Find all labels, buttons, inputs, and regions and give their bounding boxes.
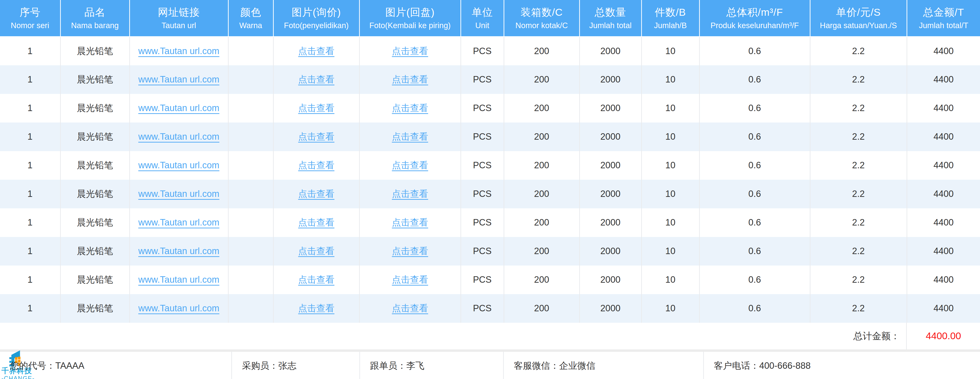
url-link[interactable]: www.Tautan url.com <box>138 75 220 84</box>
photo-reply-link[interactable]: 点击查看 <box>392 75 428 84</box>
cell-pieces: 10 <box>641 237 699 266</box>
cell-unit: PCS <box>461 208 504 237</box>
order-table: 序号Nomor seri品名Nama barang网址链接Tautan url颜… <box>0 0 980 323</box>
cell-pieces: 10 <box>641 266 699 294</box>
url-link[interactable]: www.Tautan url.com <box>138 160 220 170</box>
cell-url: www.Tautan url.com <box>129 294 228 323</box>
url-link[interactable]: www.Tautan url.com <box>138 189 220 199</box>
cell-unit_price: 2.2 <box>810 266 907 294</box>
cell-color <box>228 180 273 208</box>
cell-photo_reply: 点击查看 <box>360 151 461 180</box>
column-header-3: 颜色Warna <box>228 0 273 37</box>
url-link[interactable]: www.Tautan url.com <box>138 274 220 285</box>
photo-reply-link[interactable]: 点击查看 <box>392 246 428 256</box>
column-header-zh: 总体积/m³/F <box>700 6 810 18</box>
url-link[interactable]: www.Tautan url.com <box>138 303 220 313</box>
photo-reply-link[interactable]: 点击查看 <box>392 103 428 113</box>
cell-name: 晨光铅笔 <box>60 180 129 208</box>
cell-amount: 4400 <box>907 208 980 237</box>
cell-amount: 4400 <box>907 266 980 294</box>
url-link[interactable]: www.Tautan url.com <box>138 132 220 141</box>
photo-inquiry-link[interactable]: 点击查看 <box>298 217 334 227</box>
photo-inquiry-link[interactable]: 点击查看 <box>298 246 334 256</box>
cell-amount: 4400 <box>907 294 980 323</box>
photo-reply-link[interactable]: 点击查看 <box>392 274 428 285</box>
photo-inquiry-link[interactable]: 点击查看 <box>298 303 334 313</box>
cell-photo_reply: 点击查看 <box>360 94 461 122</box>
cell-unit: PCS <box>461 151 504 180</box>
column-header-5: 图片(回盘)Foto(Kembali ke piring) <box>360 0 461 37</box>
divider <box>0 349 980 352</box>
column-header-7: 装箱数/CNomor kotak/C <box>504 0 579 37</box>
cell-volume: 0.6 <box>699 294 810 323</box>
url-link[interactable]: www.Tautan url.com <box>138 217 220 227</box>
cell-total_qty: 2000 <box>579 266 641 294</box>
cell-photo_inquiry: 点击查看 <box>273 266 360 294</box>
cell-total_qty: 2000 <box>579 94 641 122</box>
footer-customer-code: 您的代号：TAAAA <box>0 352 231 379</box>
photo-reply-link[interactable]: 点击查看 <box>392 217 428 227</box>
column-header-sub: Nama barang <box>61 21 129 30</box>
cell-seq: 1 <box>0 208 60 237</box>
table-row: 1晨光铅笔www.Tautan url.com点击查看点击查看PCS200200… <box>0 122 980 151</box>
photo-reply-link[interactable]: 点击查看 <box>392 46 428 56</box>
total-row: 总计金额： 4400.00 <box>0 323 980 349</box>
footer-order-follower: 跟单员：李飞 <box>360 352 503 379</box>
photo-inquiry-link[interactable]: 点击查看 <box>298 103 334 113</box>
cell-url: www.Tautan url.com <box>129 237 228 266</box>
url-link[interactable]: www.Tautan url.com <box>138 246 220 256</box>
cell-photo_inquiry: 点击查看 <box>273 122 360 151</box>
cell-volume: 0.6 <box>699 94 810 122</box>
cell-unit_price: 2.2 <box>810 122 907 151</box>
cell-name: 晨光铅笔 <box>60 237 129 266</box>
cell-url: www.Tautan url.com <box>129 122 228 151</box>
cell-seq: 1 <box>0 65 60 94</box>
cell-photo_inquiry: 点击查看 <box>273 65 360 94</box>
cell-photo_reply: 点击查看 <box>360 37 461 65</box>
cell-name: 晨光铅笔 <box>60 151 129 180</box>
cell-box_qty: 200 <box>504 94 579 122</box>
cell-photo_reply: 点击查看 <box>360 294 461 323</box>
cell-unit_price: 2.2 <box>810 208 907 237</box>
cell-unit_price: 2.2 <box>810 294 907 323</box>
photo-inquiry-link[interactable]: 点击查看 <box>298 75 334 84</box>
photo-reply-link[interactable]: 点击查看 <box>392 132 428 141</box>
cell-box_qty: 200 <box>504 151 579 180</box>
cell-url: www.Tautan url.com <box>129 180 228 208</box>
table-body: 1晨光铅笔www.Tautan url.com点击查看点击查看PCS200200… <box>0 37 980 323</box>
column-header-9: 件数/BJumlah/B <box>641 0 699 37</box>
photo-inquiry-link[interactable]: 点击查看 <box>298 160 334 170</box>
cell-color <box>228 65 273 94</box>
url-link[interactable]: www.Tautan url.com <box>138 103 220 113</box>
cell-unit: PCS <box>461 266 504 294</box>
photo-reply-link[interactable]: 点击查看 <box>392 160 428 170</box>
photo-inquiry-link[interactable]: 点击查看 <box>298 46 334 56</box>
info-footer: 您的代号：TAAAA采购员：张志跟单员：李飞客服微信：企业微信客户电话：400-… <box>0 352 980 379</box>
column-header-zh: 单位 <box>461 6 504 18</box>
cell-unit_price: 2.2 <box>810 180 907 208</box>
column-header-6: 单位Unit <box>461 0 504 37</box>
photo-reply-link[interactable]: 点击查看 <box>392 303 428 313</box>
photo-inquiry-link[interactable]: 点击查看 <box>298 189 334 199</box>
cell-box_qty: 200 <box>504 37 579 65</box>
url-link[interactable]: www.Tautan url.com <box>138 46 220 56</box>
table-row: 1晨光铅笔www.Tautan url.com点击查看点击查看PCS200200… <box>0 37 980 65</box>
cell-name: 晨光铅笔 <box>60 37 129 65</box>
cell-seq: 1 <box>0 151 60 180</box>
cell-color <box>228 37 273 65</box>
cell-total_qty: 2000 <box>579 65 641 94</box>
cell-total_qty: 2000 <box>579 151 641 180</box>
photo-inquiry-link[interactable]: 点击查看 <box>298 274 334 285</box>
footer-service-wechat: 客服微信：企业微信 <box>503 352 703 379</box>
cell-url: www.Tautan url.com <box>129 151 228 180</box>
cell-name: 晨光铅笔 <box>60 122 129 151</box>
table-header: 序号Nomor seri品名Nama barang网址链接Tautan url颜… <box>0 0 980 37</box>
column-header-zh: 网址链接 <box>130 6 228 18</box>
cell-unit: PCS <box>461 294 504 323</box>
total-amount-value: 4400.00 <box>906 323 980 349</box>
column-header-zh: 单价/元/S <box>810 6 907 18</box>
photo-reply-link[interactable]: 点击查看 <box>392 189 428 199</box>
photo-inquiry-link[interactable]: 点击查看 <box>298 132 334 141</box>
cell-name: 晨光铅笔 <box>60 208 129 237</box>
cell-volume: 0.6 <box>699 65 810 94</box>
